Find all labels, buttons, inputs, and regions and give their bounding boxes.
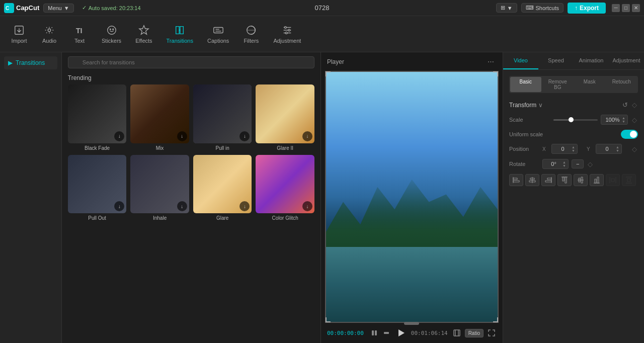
play-button[interactable] [395,327,407,339]
tab-adjustment[interactable]: Adjustment [609,52,644,69]
svg-point-17 [284,26,286,28]
tool-effects[interactable]: Effects [128,21,159,48]
tab-animation[interactable]: Animation [574,52,609,69]
rotate-down-button[interactable]: ▼ [562,164,566,167]
list-item[interactable]: ↓ Pull in [193,84,252,151]
align-bottom-button[interactable] [590,174,604,186]
y-down-button[interactable]: ▼ [616,149,619,152]
scale-slider[interactable] [553,119,598,121]
screen-layout-button[interactable]: ⊞▼ [496,3,517,13]
y-up-button[interactable]: ▲ [616,145,619,149]
player-resize-handle[interactable] [404,322,419,325]
position-label: Position [509,146,539,152]
uniform-scale-label: Uniform scale [509,131,621,137]
list-item[interactable]: ↓ Color Glitch [256,155,314,221]
subtab-retouch[interactable]: Retouch [606,77,637,92]
uniform-scale-toggle[interactable] [621,130,638,139]
rotate-row: Rotate 0° ▲ ▼ − ◇ [509,159,638,169]
distribute-v-button[interactable] [622,174,636,186]
minimize-button[interactable]: ─ [612,4,620,12]
scale-up-button[interactable]: ▲ [622,116,625,120]
rotate-minus-button[interactable]: − [572,159,584,168]
tool-adjustment[interactable]: Adjustment [266,21,308,48]
align-left-button[interactable] [509,174,523,186]
ratio-button[interactable]: Ratio [465,329,484,337]
corner-tr [493,71,498,76]
rotate-input[interactable]: 0° ▲ ▼ [542,159,569,169]
transition-name: Pull Out [68,215,127,221]
rotate-up-button[interactable]: ▲ [562,160,566,164]
transition-name: Mix [130,145,189,151]
tab-speed[interactable]: Speed [538,52,574,69]
list-item[interactable]: ↓ Mix [130,84,189,151]
list-item[interactable]: ↓ Glare II [256,84,314,151]
download-icon: ↓ [302,131,312,141]
transform-section-header: Transform ∨ ↺ ◇ [509,100,638,110]
keyframe-transform-button[interactable]: ◇ [631,100,638,110]
transition-thumb-black-fade: ↓ [68,84,127,143]
download-icon: ↓ [177,131,187,141]
scale-keyframe-button[interactable]: ◇ [631,115,638,125]
svg-rect-24 [454,330,460,336]
shortcuts-button[interactable]: ⌨ Shortcuts [521,3,564,13]
scale-row: Scale 100% ▲ ▼ ◇ [509,115,638,125]
export-button[interactable]: ↑ Export [568,3,606,14]
right-panel-content: Basic Remove BG Mask Retouch Transform ∨… [503,70,644,343]
search-input[interactable] [68,56,314,68]
x-up-button[interactable]: ▲ [572,145,575,149]
reset-transform-button[interactable]: ↺ [621,100,629,110]
sidebar-item-transitions[interactable]: ▶ Transitions [4,56,57,69]
project-name: 0728 [315,4,330,12]
scale-value-input[interactable]: 100% ▲ ▼ [601,115,628,125]
toolbar: Import Audio TI Text Stickers Effects Tr… [0,16,644,52]
align-center-h-button[interactable] [525,174,539,186]
transition-name: Pull in [193,145,252,151]
menu-button[interactable]: Menu ▼ [43,4,73,13]
align-center-v-button[interactable] [574,174,588,186]
transition-thumb-glare: ↓ [193,155,252,214]
svg-rect-21 [375,330,377,335]
player-video [325,71,499,323]
download-icon: ↓ [114,131,124,141]
close-button[interactable]: ✕ [632,4,640,12]
list-item[interactable]: ↓ Glare [193,155,252,221]
tool-text[interactable]: TI Text [64,21,95,48]
svg-point-4 [48,29,51,32]
position-y-input[interactable]: 0 ▲ ▼ [596,144,622,154]
subtab-mask[interactable]: Mask [574,77,605,92]
tool-audio[interactable]: Audio [34,21,64,48]
subtab-remove-bg[interactable]: Remove BG [542,77,574,92]
rotate-keyframe-button[interactable]: ◇ [587,159,594,169]
list-item[interactable]: ↓ Pull Out [68,155,127,221]
player-menu-button[interactable]: ⋯ [485,56,497,67]
subtab-basic[interactable]: Basic [510,77,541,92]
tab-video[interactable]: Video [503,52,538,69]
fullscreen-crop-button[interactable] [452,328,462,338]
distribute-h-button[interactable] [606,174,620,186]
align-top-button[interactable] [557,174,572,186]
player-header: Player ⋯ [321,52,503,71]
align-right-button[interactable] [541,174,555,186]
svg-point-7 [110,29,111,30]
svg-rect-50 [627,179,630,182]
scale-steppers: ▲ ▼ [622,116,625,123]
right-panel: Video Speed Animation Adjustment Basic R… [503,52,644,343]
scale-down-button[interactable]: ▼ [622,120,625,123]
list-item[interactable]: ↓ Black Fade [68,84,127,151]
tool-filters[interactable]: Filters [236,21,266,48]
list-item[interactable]: ↓ Inhale [130,155,189,221]
tool-transitions[interactable]: Transitions [159,21,200,48]
x-down-button[interactable]: ▼ [572,149,575,152]
position-keyframe-button[interactable]: ◇ [631,144,638,154]
position-x-input[interactable]: 0 ▲ ▼ [551,144,578,154]
fullscreen-button[interactable] [487,328,497,338]
tool-captions[interactable]: Captions [200,21,236,48]
svg-rect-33 [547,178,551,180]
trim-end-button[interactable] [382,328,391,337]
trim-start-button[interactable] [370,328,379,337]
tool-import[interactable]: Import [4,21,34,48]
transition-name: Glare [193,215,252,221]
maximize-button[interactable]: □ [622,4,630,12]
align-row [509,174,638,186]
tool-stickers[interactable]: Stickers [95,21,128,48]
